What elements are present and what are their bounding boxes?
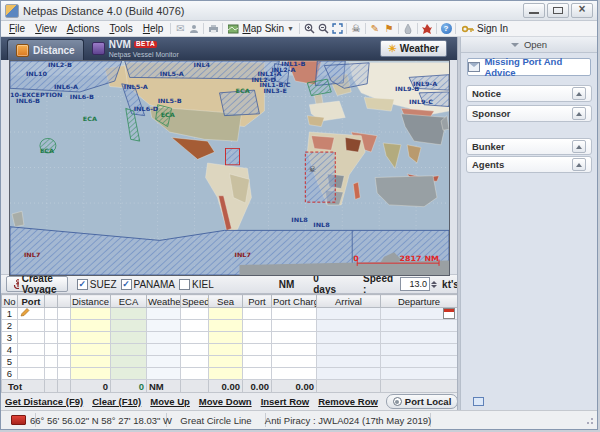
column-header-distance-ttl[interactable]: Distance TTL <box>71 295 111 308</box>
table-cell[interactable] <box>45 356 58 368</box>
maximize-button[interactable] <box>547 3 569 18</box>
table-cell[interactable] <box>18 308 45 320</box>
table-cell[interactable] <box>272 320 317 332</box>
weather-button[interactable]: ☀ Weather <box>380 40 447 57</box>
collapse-arrow-icon[interactable] <box>572 87 586 100</box>
table-cell[interactable] <box>181 344 209 356</box>
table-row[interactable]: 4 <box>2 344 458 356</box>
row-number-cell[interactable]: 1 <box>2 308 18 320</box>
table-row[interactable]: 3 <box>2 332 458 344</box>
table-cell[interactable] <box>147 308 181 320</box>
table-cell[interactable] <box>71 368 111 380</box>
sign-in-button[interactable]: Sign In <box>458 23 512 34</box>
table-cell[interactable] <box>71 356 111 368</box>
table-cell[interactable] <box>317 356 381 368</box>
table-cell[interactable] <box>18 320 45 332</box>
stepper-arrows-icon[interactable] <box>431 281 437 288</box>
row-number-cell[interactable]: 2 <box>2 320 18 332</box>
table-cell[interactable] <box>181 332 209 344</box>
table-cell[interactable] <box>45 308 58 320</box>
column-header-blank-3[interactable] <box>58 295 71 308</box>
column-header-port[interactable]: Port <box>18 295 45 308</box>
table-cell[interactable] <box>317 308 381 320</box>
tab-nvm[interactable]: NVM BETA Netpas Vessel Monitor <box>84 37 187 60</box>
table-cell[interactable] <box>18 356 45 368</box>
menu-item-file[interactable]: File <box>4 22 30 35</box>
piracy-skull-icon[interactable]: ☠ <box>349 23 363 35</box>
table-cell[interactable] <box>272 344 317 356</box>
footer-link-move-down[interactable]: Move Down <box>199 396 252 407</box>
user-icon[interactable] <box>187 23 201 35</box>
canal-checkbox-suez[interactable]: ✓SUEZ <box>77 279 117 290</box>
table-cell[interactable] <box>181 368 209 380</box>
table-cell[interactable] <box>71 344 111 356</box>
table-cell[interactable] <box>111 320 147 332</box>
calendar-icon[interactable] <box>443 308 455 319</box>
panel-section-bunker[interactable]: Bunker <box>466 138 592 155</box>
table-cell[interactable] <box>111 332 147 344</box>
table-cell[interactable] <box>272 356 317 368</box>
table-cell[interactable] <box>45 368 58 380</box>
table-cell[interactable] <box>209 320 243 332</box>
table-cell[interactable] <box>243 308 272 320</box>
print-icon[interactable] <box>206 23 220 35</box>
collapse-arrow-icon[interactable] <box>572 107 586 120</box>
mail-icon[interactable]: ✉ <box>173 23 187 35</box>
map-skin-menu[interactable]: Map Skin ▼ <box>225 23 297 34</box>
help-icon[interactable]: ? <box>439 23 453 35</box>
tab-distance[interactable]: Distance <box>7 39 84 60</box>
resize-grip[interactable] <box>585 414 597 426</box>
table-cell[interactable] <box>58 320 71 332</box>
weather-alert-icon[interactable] <box>420 23 434 35</box>
collapse-arrow-icon[interactable] <box>572 158 586 171</box>
footer-link-remove-row[interactable]: Remove Row <box>318 396 378 407</box>
table-cell[interactable] <box>209 368 243 380</box>
table-cell[interactable] <box>58 308 71 320</box>
panel-section-notice[interactable]: Notice <box>466 85 592 102</box>
column-header-port[interactable]: Port <box>243 295 272 308</box>
table-cell[interactable] <box>147 356 181 368</box>
table-cell[interactable] <box>272 368 317 380</box>
minimize-button[interactable] <box>523 3 545 18</box>
speed-value[interactable]: 13.0 <box>400 277 430 291</box>
table-cell[interactable] <box>243 368 272 380</box>
table-cell[interactable] <box>58 356 71 368</box>
canal-checkbox-kiel[interactable]: KIEL <box>179 279 214 290</box>
create-voyage-button[interactable]: Create Voyage <box>6 276 68 292</box>
table-cell[interactable] <box>18 368 45 380</box>
table-cell[interactable] <box>45 320 58 332</box>
table-cell[interactable] <box>209 332 243 344</box>
edit-pencil-icon[interactable]: ✎ <box>368 23 382 35</box>
canal-checkbox-panama[interactable]: ✓PANAMA <box>121 279 176 290</box>
panel-section-sponsor[interactable]: Sponsor <box>466 105 592 122</box>
table-row[interactable]: 6 <box>2 368 458 380</box>
table-cell[interactable] <box>45 344 58 356</box>
column-header-no[interactable]: No <box>2 295 18 308</box>
table-cell[interactable] <box>111 368 147 380</box>
table-cell[interactable] <box>243 344 272 356</box>
table-cell[interactable] <box>71 320 111 332</box>
table-cell[interactable] <box>209 356 243 368</box>
menu-item-actions[interactable]: Actions <box>62 22 105 35</box>
table-cell[interactable] <box>209 308 243 320</box>
table-cell[interactable] <box>381 332 458 344</box>
fit-screen-icon[interactable] <box>330 23 344 35</box>
column-header-weather[interactable]: Weather <box>147 295 181 308</box>
table-cell[interactable] <box>243 320 272 332</box>
close-button[interactable] <box>571 3 593 18</box>
table-cell[interactable] <box>317 344 381 356</box>
column-header-blank-2[interactable] <box>45 295 58 308</box>
table-cell[interactable] <box>243 356 272 368</box>
menu-item-tools[interactable]: Tools <box>104 22 137 35</box>
table-cell[interactable] <box>381 344 458 356</box>
panel-section-agents[interactable]: Agents <box>466 156 592 173</box>
table-cell[interactable] <box>381 368 458 380</box>
zoom-in-icon[interactable] <box>302 23 316 35</box>
table-cell[interactable] <box>111 344 147 356</box>
table-cell[interactable] <box>209 344 243 356</box>
table-cell[interactable] <box>147 332 181 344</box>
table-cell[interactable] <box>381 320 458 332</box>
table-cell[interactable] <box>111 356 147 368</box>
column-header-departure[interactable]: Departure <box>381 295 458 308</box>
table-cell[interactable] <box>317 332 381 344</box>
